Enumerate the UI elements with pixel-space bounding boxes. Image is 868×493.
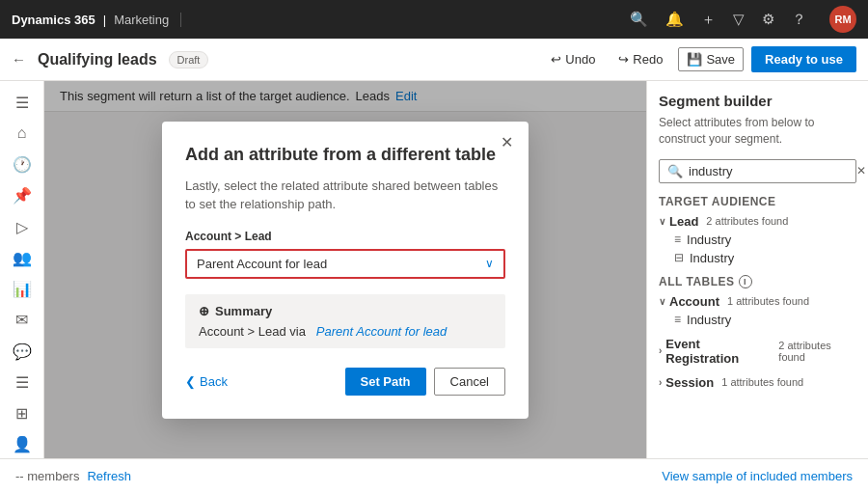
all-tables-label: All tables i xyxy=(659,275,856,288)
save-icon: 💾 xyxy=(687,52,702,67)
session-group: › Session 1 attributes found xyxy=(659,373,856,392)
panel-subtitle: Select attributes from below to construc… xyxy=(659,115,856,148)
session-group-name: Session xyxy=(665,375,714,390)
chevron-right-icon: › xyxy=(659,377,662,388)
search-icon[interactable]: 🔍 xyxy=(630,11,648,28)
target-audience-section: Target audience ∨ Lead 2 attributes foun… xyxy=(659,195,856,267)
lead-group-header[interactable]: ∨ Lead 2 attributes found xyxy=(659,212,856,231)
event-group-count: 2 attributes found xyxy=(778,340,856,363)
undo-button[interactable]: ↩ Undo xyxy=(543,48,603,70)
sidebar-recent-icon[interactable]: 🕐 xyxy=(5,151,40,178)
account-group-header[interactable]: ∨ Account 1 attributes found xyxy=(659,292,856,311)
lead-group: ∨ Lead 2 attributes found ≡ Industry ⊟ I… xyxy=(659,212,856,267)
session-group-header[interactable]: › Session 1 attributes found xyxy=(659,373,856,392)
summary-title: Summary xyxy=(215,304,272,318)
sidebar-chat-icon[interactable]: 💬 xyxy=(5,338,40,365)
sidebar-chart-icon[interactable]: 📊 xyxy=(5,276,40,303)
modal-title: Add an attribute from a different table xyxy=(185,145,505,165)
topbar-brand: Dynamics 365 | Marketing xyxy=(12,13,181,27)
event-group-header[interactable]: › Event Registration 2 attributes found xyxy=(659,335,856,368)
redo-button[interactable]: ↪ Redo xyxy=(610,48,670,70)
bell-icon[interactable]: 🔔 xyxy=(665,11,684,28)
brand-separator: | xyxy=(103,13,106,27)
modal-footer-right: Set Path Cancel xyxy=(345,368,505,396)
account-group: ∨ Account 1 attributes found ≡ Industry xyxy=(659,292,856,329)
refresh-button[interactable]: Refresh xyxy=(87,469,131,483)
event-group: › Event Registration 2 attributes found xyxy=(659,335,856,368)
status-badge: Draft xyxy=(169,51,209,68)
back-button[interactable]: ← xyxy=(12,51,26,68)
search-box: 🔍 ✕ xyxy=(659,159,856,183)
chevron-down-icon: ∨ xyxy=(659,296,665,307)
sidebar-pin-icon[interactable]: 📌 xyxy=(5,182,40,209)
ready-to-use-button[interactable]: Ready to use xyxy=(751,46,856,72)
list-item[interactable]: ≡ Industry xyxy=(659,311,856,329)
event-group-name: Event Registration xyxy=(665,337,771,366)
sidebar-menu-icon[interactable]: ☰ xyxy=(5,89,40,116)
modal-overlay: ✕ Add an attribute from a different tabl… xyxy=(44,81,646,458)
list-item[interactable]: ⊟ Industry xyxy=(659,249,856,267)
field-icon: ≡ xyxy=(674,313,681,326)
module-name: Marketing xyxy=(114,13,169,27)
field-icon: ≡ xyxy=(674,233,681,246)
relationship-dropdown-wrapper: Parent Account for lead ∨ xyxy=(185,249,505,279)
summary-header: ⊕ Summary xyxy=(199,304,492,318)
lead-group-count: 2 attributes found xyxy=(706,215,788,227)
modal-close-button[interactable]: ✕ xyxy=(501,133,513,151)
field-icon: ⊟ xyxy=(674,251,684,264)
secondbar: ← Qualifying leads Draft ↩ Undo ↪ Redo 💾… xyxy=(0,39,868,81)
relationship-dropdown[interactable]: Parent Account for lead ∨ xyxy=(187,251,503,277)
item-label: Industry xyxy=(687,233,731,247)
chevron-down-icon: ∨ xyxy=(485,257,494,270)
sidebar-home-icon[interactable]: ⌂ xyxy=(5,120,40,147)
summary-body: Account > Lead via Parent Account for le… xyxy=(199,324,492,339)
set-path-button[interactable]: Set Path xyxy=(345,368,426,396)
right-panel: Segment builder Select attributes from b… xyxy=(646,81,868,458)
sidebar-person-icon[interactable]: 👤 xyxy=(5,431,40,458)
view-sample-link[interactable]: View sample of included members xyxy=(662,469,853,483)
save-button[interactable]: 💾 Save xyxy=(678,47,744,71)
sidebar-grid-icon[interactable]: ⊞ xyxy=(5,400,40,427)
sidebar-play-icon[interactable]: ▷ xyxy=(5,213,40,240)
avatar[interactable]: RM xyxy=(829,6,856,33)
bottombar: -- members Refresh View sample of includ… xyxy=(0,458,868,493)
summary-italic: Parent Account for lead xyxy=(316,324,447,339)
sidebar-list-icon[interactable]: ☰ xyxy=(5,369,40,396)
account-group-count: 1 attributes found xyxy=(727,295,809,307)
modal-footer: ❮ Back Set Path Cancel xyxy=(185,368,505,396)
lead-group-name: Lead xyxy=(669,214,698,229)
content-area: This segment will return a list of the t… xyxy=(44,81,646,458)
topbar: Dynamics 365 | Marketing 🔍 🔔 ＋ ▽ ⚙ ？ RM xyxy=(0,0,868,39)
summary-text: Account > Lead via xyxy=(199,324,306,339)
cancel-button[interactable]: Cancel xyxy=(434,368,505,396)
item-label: Industry xyxy=(690,251,734,265)
modal-dialog: ✕ Add an attribute from a different tabl… xyxy=(162,122,529,419)
sidebar-people-icon[interactable]: 👥 xyxy=(5,244,40,271)
brand-name: Dynamics 365 xyxy=(12,13,95,27)
chevron-right-icon: › xyxy=(659,345,662,356)
settings-icon[interactable]: ⚙ xyxy=(762,11,774,28)
session-group-count: 1 attributes found xyxy=(721,376,803,388)
panel-title: Segment builder xyxy=(659,93,856,109)
item-label: Industry xyxy=(687,313,731,327)
modal-section-label: Account > Lead xyxy=(185,230,505,243)
info-icon: i xyxy=(739,275,752,288)
modal-subtitle: Lastly, select the related attribute sha… xyxy=(185,177,505,214)
search-input[interactable] xyxy=(689,164,851,178)
topbar-icons: 🔍 🔔 ＋ ▽ ⚙ ？ RM xyxy=(630,6,856,33)
sidebar-email-icon[interactable]: ✉ xyxy=(5,307,40,334)
chevron-left-icon: ❮ xyxy=(185,374,196,389)
help-icon[interactable]: ？ xyxy=(792,11,806,29)
plus-icon[interactable]: ＋ xyxy=(701,11,716,29)
redo-icon: ↪ xyxy=(618,52,629,67)
search-icon: 🔍 xyxy=(667,164,683,178)
dropdown-value: Parent Account for lead xyxy=(197,257,327,271)
clear-search-icon[interactable]: ✕ xyxy=(856,164,866,178)
back-button[interactable]: ❮ Back xyxy=(185,374,228,389)
left-sidebar: ☰ ⌂ 🕐 📌 ▷ 👥 📊 ✉ 💬 ☰ ⊞ 👤 xyxy=(0,81,44,458)
filter-icon[interactable]: ▽ xyxy=(733,11,745,28)
account-group-name: Account xyxy=(669,294,719,309)
toolbar-actions: ↩ Undo ↪ Redo 💾 Save Ready to use xyxy=(543,46,856,72)
list-item[interactable]: ≡ Industry xyxy=(659,231,856,249)
summary-box: ⊕ Summary Account > Lead via Parent Acco… xyxy=(185,294,505,348)
